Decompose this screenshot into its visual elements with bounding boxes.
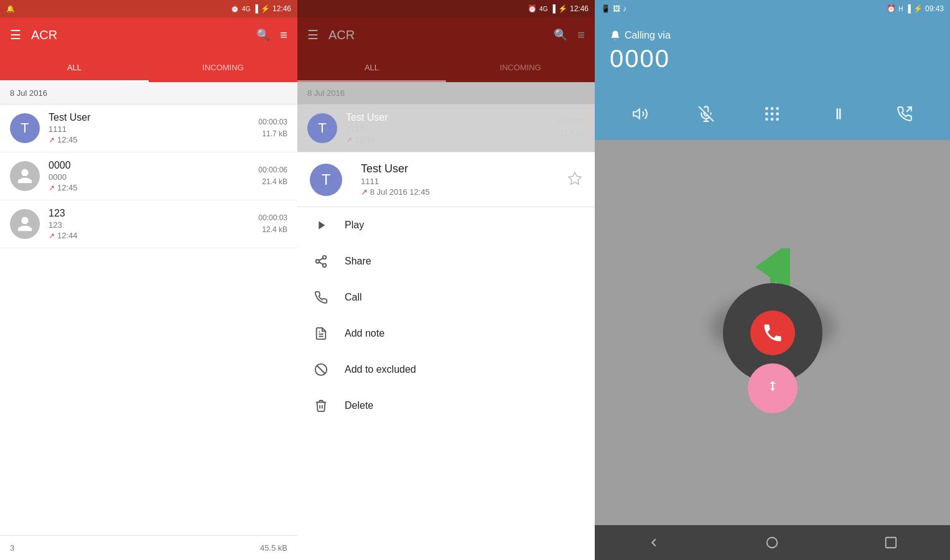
- menu-item-share[interactable]: Share: [297, 243, 595, 279]
- menu-icon-2[interactable]: ☰: [307, 27, 319, 42]
- signal-icon: ▐: [253, 4, 258, 13]
- call-meta-testuser: 00:00:03 11.7 kB: [258, 116, 287, 140]
- call-item-0000[interactable]: 0000 0000 ↗ 12:45 00:00:06 21.4 kB: [0, 152, 297, 200]
- mute-button[interactable]: [692, 100, 720, 128]
- status-right: ⏰ 4G ▐ ⚡ 12:46: [230, 4, 291, 13]
- network-4g-2: 4G: [539, 6, 547, 12]
- recents-button[interactable]: [872, 525, 910, 560]
- home-button[interactable]: [753, 525, 791, 560]
- phone-status-icon: 📱: [601, 4, 610, 13]
- tab-incoming-1[interactable]: INCOMING: [149, 52, 297, 82]
- call-arrow-0000: ↗: [49, 184, 55, 192]
- call-number-0000: 0000: [49, 172, 258, 182]
- dial-container: [595, 140, 950, 525]
- calling-controls: [595, 91, 950, 140]
- menu-icon[interactable]: ☰: [10, 27, 21, 42]
- call-arrow-highlighted: ↗: [346, 136, 352, 144]
- call-size-123: 12.4 kB: [258, 224, 287, 236]
- tab-all-1[interactable]: ALL: [0, 52, 149, 82]
- menu-item-addexcluded[interactable]: Add to excluded: [297, 352, 595, 388]
- panel-acr-main: 🔔 ⏰ 4G ▐ ⚡ 12:46 ☰ ACR 🔍 ≡ ALL INCOMING …: [0, 0, 297, 560]
- alarm-icon-3: ⏰: [887, 4, 896, 13]
- svg-rect-20: [766, 118, 768, 121]
- svg-marker-10: [633, 109, 640, 118]
- menu-label-play: Play: [345, 220, 364, 231]
- status-right-3: ⏰ H ▐ ⚡ 09:43: [887, 4, 944, 13]
- hold-button[interactable]: [825, 100, 852, 128]
- clock-time: 12:46: [272, 4, 291, 13]
- call-name-testuser: Test User: [49, 112, 258, 123]
- menu-header: T Test User 1111 ↗ 8 Jul 2016 12:45: [297, 152, 595, 207]
- call-number-123: 123: [49, 220, 258, 230]
- menu-item-delete[interactable]: Delete: [297, 388, 595, 424]
- tab-incoming-2[interactable]: INCOMING: [446, 52, 595, 82]
- call-size-0000: 21.4 kB: [258, 176, 287, 188]
- filter-icon[interactable]: ≡: [280, 28, 287, 42]
- call-arrow-testuser: ↗: [49, 136, 55, 144]
- context-menu: T Test User 1111 ↗ 8 Jul 2016 12:45 Play: [297, 152, 595, 560]
- svg-rect-29: [886, 538, 896, 548]
- call-meta-0000: 00:00:06 21.4 kB: [258, 164, 287, 188]
- menu-item-addnote[interactable]: Add note: [297, 315, 595, 352]
- clock-time-3: 09:43: [925, 4, 944, 13]
- avatar-highlighted: T: [307, 113, 337, 143]
- status-bar-3: 📱 🖼 ♪ ⏰ H ▐ ⚡ 09:43: [595, 0, 950, 17]
- panel-acr-menu: ⏰ 4G ▐ ⚡ 12:46 ☰ ACR 🔍 ≡ ALL INCOMING 8 …: [297, 0, 595, 560]
- call-icon-menu: [312, 291, 330, 304]
- call-time-row-highlighted: ↗ 12:45: [346, 135, 556, 144]
- call-item-123[interactable]: 123 123 ↗ 12:44 00:00:03 12.4 kB: [0, 200, 297, 248]
- status-right-2: ⏰ 4G ▐ ⚡ 12:46: [528, 4, 589, 13]
- date-header-2: 8 Jul 2016: [297, 82, 595, 105]
- call-item-testuser[interactable]: T Test User 1111 ↗ 12:45 00:00:03 11.7 k…: [0, 105, 297, 152]
- avatar-123: [10, 209, 40, 239]
- spacer-1: [0, 248, 297, 535]
- calling-header: Calling via 0000: [595, 17, 950, 91]
- back-button[interactable]: [635, 525, 673, 560]
- svg-rect-14: [766, 107, 768, 110]
- search-icon[interactable]: 🔍: [256, 28, 270, 42]
- footer-total-size: 45.5 kB: [260, 543, 287, 553]
- speaker-button[interactable]: [626, 100, 654, 128]
- end-call-button[interactable]: [750, 310, 795, 355]
- call-item-highlighted[interactable]: T Test User 1111 ↗ 12:45 00:00:03 11.7 k…: [297, 105, 595, 152]
- calling-via-text: Calling via: [625, 30, 671, 41]
- call-time-123: 12:44: [57, 231, 78, 240]
- menu-item-call[interactable]: Call: [297, 279, 595, 315]
- search-icon-2[interactable]: 🔍: [554, 28, 567, 42]
- battery-icon-3: ⚡: [913, 4, 923, 13]
- svg-line-25: [906, 107, 911, 112]
- outgoing-arrow-menu: ↗: [361, 187, 368, 197]
- call-number-highlighted: 1111: [346, 124, 556, 134]
- answer-button[interactable]: [748, 363, 798, 413]
- call-time-0000: 12:45: [57, 183, 78, 192]
- status-bar-2: ⏰ 4G ▐ ⚡ 12:46: [297, 0, 595, 17]
- signal-icon-3: ▐: [905, 4, 911, 13]
- filter-icon-2[interactable]: ≡: [577, 28, 585, 42]
- alarm-icon: ⏰: [230, 4, 240, 13]
- call-duration-testuser: 00:00:03: [258, 116, 287, 128]
- image-icon: 🖼: [613, 4, 620, 13]
- calling-via-row: Calling via: [610, 30, 935, 41]
- call-meta-highlighted: 00:00:03 11.7 kB: [556, 116, 585, 140]
- star-icon[interactable]: [567, 171, 582, 189]
- share-icon: [312, 254, 330, 268]
- call-info-highlighted: Test User 1111 ↗ 12:45: [346, 112, 556, 144]
- menu-label-call: Call: [345, 292, 362, 303]
- block-icon: [312, 363, 330, 376]
- avatar-0000: [10, 161, 40, 191]
- call-duration-123: 00:00:03: [258, 212, 287, 224]
- tabs-1: ALL INCOMING: [0, 52, 297, 82]
- signal-icon-2: ▐: [550, 4, 556, 13]
- menu-contact-date: ↗ 8 Jul 2016 12:45: [361, 187, 430, 197]
- menu-item-play[interactable]: Play: [297, 207, 595, 243]
- tab-all-2[interactable]: ALL: [297, 52, 446, 82]
- call-name-123: 123: [49, 208, 258, 219]
- keypad-button[interactable]: [758, 100, 786, 128]
- transfer-button[interactable]: [891, 100, 918, 128]
- menu-label-addnote: Add note: [345, 328, 384, 339]
- alarm-icon-2: ⏰: [528, 4, 537, 13]
- svg-rect-15: [771, 107, 773, 110]
- status-left-icons: 🔔: [6, 5, 15, 13]
- notification-icon: 🔔: [6, 5, 15, 13]
- call-arrow-123: ↗: [49, 231, 55, 240]
